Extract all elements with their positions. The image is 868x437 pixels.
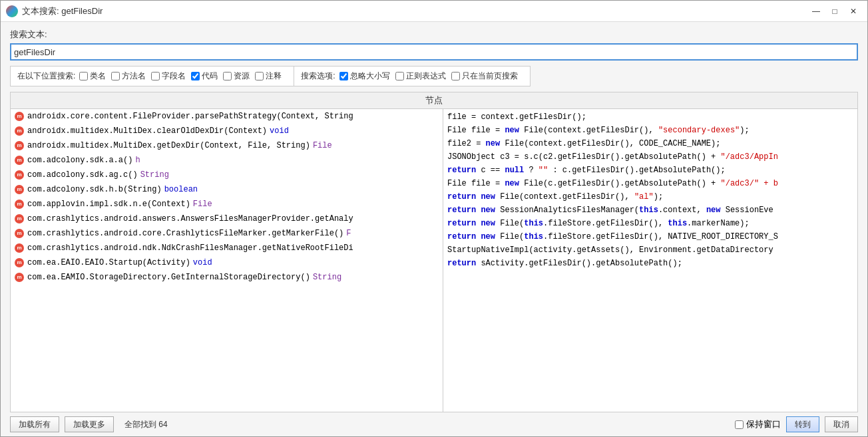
bottom-bar: 加载所有 加载更多 全部找到 64 保持窗口 转到 取消: [1, 412, 867, 436]
label-currentpage: 只在当前页搜索: [462, 71, 518, 82]
label-regex: 正则表达式: [406, 71, 446, 82]
search-options-label: 搜索选项:: [301, 71, 335, 82]
checkbox-code[interactable]: [191, 72, 200, 80]
minimize-button[interactable]: —: [807, 5, 825, 18]
node-icon: m: [15, 126, 24, 136]
option-method[interactable]: 方法名: [111, 71, 146, 82]
main-window: 文本搜索: getFilesDir — □ ✕ 搜索文本: 在以下位置搜索: 类…: [0, 0, 868, 437]
search-input-wrapper: [10, 43, 858, 61]
results-body: mandroidx.core.content.FileProvider.pars…: [11, 109, 857, 412]
option-regex[interactable]: 正则表达式: [395, 71, 446, 82]
checkbox-currentpage[interactable]: [451, 72, 460, 80]
node-icon: m: [15, 273, 24, 282]
title-bar-left: 文本搜索: getFilesDir: [6, 5, 103, 17]
search-in-label: 在以下位置搜索:: [17, 71, 75, 82]
list-item[interactable]: mcom.crashlytics.android.core.Crashlytic…: [11, 226, 443, 241]
node-type: boolean: [164, 183, 198, 196]
table-row: return new File(this.fileStore.getFilesD…: [447, 217, 853, 230]
node-text: com.crashlytics.android.ndk.NdkCrashFile…: [27, 241, 353, 255]
list-item[interactable]: mandroidx.multidex.MultiDex.getDexDir(Co…: [11, 138, 443, 153]
options-row: 在以下位置搜索: 类名 方法名 字段名 代码: [10, 66, 858, 86]
label-method: 方法名: [122, 71, 146, 82]
table-row: File file = new File(c.getFilesDir().get…: [447, 177, 853, 190]
node-text: com.crashlytics.android.core.Crashlytics…: [27, 227, 343, 240]
results-container: 节点 mandroidx.core.content.FileProvider.p…: [10, 92, 858, 412]
checkbox-keep-window[interactable]: [735, 420, 744, 429]
load-all-button[interactable]: 加载所有: [10, 416, 59, 432]
label-code: 代码: [202, 71, 218, 82]
table-row: return new File(this.fileStore.getFilesD…: [447, 230, 853, 243]
table-row: StartupNativeImpl(activity.getAssets(), …: [447, 243, 853, 257]
checkbox-comment[interactable]: [255, 72, 264, 80]
option-comment[interactable]: 注释: [255, 71, 282, 82]
node-text: com.adcolony.sdk.a.a(): [27, 154, 132, 167]
list-item[interactable]: mcom.crashlytics.android.ndk.NdkCrashFil…: [11, 241, 443, 255]
option-resource[interactable]: 资源: [223, 71, 250, 82]
node-type: String: [313, 271, 341, 284]
search-input[interactable]: [10, 43, 858, 61]
list-item[interactable]: mcom.adcolony.sdk.h.b(String) boolean: [11, 182, 443, 197]
table-row: return sActivity.getFilesDir().getAbsolu…: [447, 257, 853, 270]
code-panel[interactable]: file = context.getFilesDir();File file =…: [443, 109, 857, 412]
status-text: 全部找到 64: [124, 419, 168, 430]
cancel-button[interactable]: 取消: [825, 416, 858, 432]
node-text: androidx.core.content.FileProvider.parse…: [27, 110, 353, 123]
option-code[interactable]: 代码: [191, 71, 218, 82]
load-more-button[interactable]: 加载更多: [65, 416, 114, 432]
checkbox-ignorecase[interactable]: [339, 72, 348, 80]
node-type: File: [193, 198, 212, 211]
node-icon: m: [15, 141, 24, 150]
table-row: File file = new File(context.getFilesDir…: [447, 124, 853, 137]
table-row: return new SessionAnalyticsFilesManager(…: [447, 204, 853, 217]
nodes-panel[interactable]: mandroidx.core.content.FileProvider.pars…: [11, 109, 443, 412]
list-item[interactable]: mcom.ea.EAIO.EAIO.Startup(Activity) void: [11, 255, 443, 270]
node-type: F: [346, 227, 351, 240]
checkbox-field[interactable]: [151, 72, 160, 80]
bottom-right: 保持窗口 转到 取消: [735, 416, 858, 432]
list-item[interactable]: mandroidx.core.content.FileProvider.pars…: [11, 109, 443, 124]
checkbox-class[interactable]: [79, 72, 88, 80]
option-current-page[interactable]: 只在当前页搜索: [451, 71, 518, 82]
node-text: com.adcolony.sdk.ag.c(): [27, 168, 138, 182]
keep-window-row: 保持窗口: [735, 418, 781, 430]
table-row: JSONObject c3 = s.c(c2.getFilesDir().get…: [447, 150, 853, 164]
option-ignore-case[interactable]: 忽略大小写: [339, 71, 390, 82]
title-bar: 文本搜索: getFilesDir — □ ✕: [1, 1, 867, 22]
list-item[interactable]: mcom.adcolony.sdk.a.a() h: [11, 153, 443, 168]
checkbox-regex[interactable]: [395, 72, 404, 80]
node-icon: m: [15, 170, 24, 180]
option-field[interactable]: 字段名: [151, 71, 186, 82]
close-button[interactable]: ✕: [845, 5, 862, 18]
node-icon: m: [15, 156, 24, 165]
label-ignorecase: 忽略大小写: [350, 71, 390, 82]
node-type: h: [135, 154, 140, 167]
search-options-group: 搜索选项: 忽略大小写 正则表达式 只在当前页搜索: [294, 66, 530, 86]
node-type: File: [313, 139, 332, 152]
content-area: 搜索文本: 在以下位置搜索: 类名 方法名 字段名: [1, 22, 867, 412]
checkbox-resource[interactable]: [223, 72, 232, 80]
node-text: androidx.multidex.MultiDex.getDexDir(Con…: [27, 139, 310, 152]
list-item[interactable]: mcom.crashlytics.android.answers.Answers…: [11, 212, 443, 226]
list-item[interactable]: mandroidx.multidex.MultiDex.clearOldDexD…: [11, 124, 443, 138]
list-item[interactable]: mcom.applovin.impl.sdk.n.e(Context) File: [11, 197, 443, 212]
title-controls: — □ ✕: [807, 5, 862, 18]
maximize-button[interactable]: □: [826, 5, 843, 18]
option-class[interactable]: 类名: [79, 71, 106, 82]
table-row: file2 = new File(context.getFilesDir(), …: [447, 137, 853, 150]
window-title: 文本搜索: getFilesDir: [22, 5, 103, 17]
node-icon: m: [15, 243, 24, 253]
search-label: 搜索文本:: [10, 29, 858, 41]
table-row: return new File(context.getFilesDir(), "…: [447, 190, 853, 204]
node-type: void: [270, 124, 289, 138]
node-icon: m: [15, 200, 24, 209]
node-text: androidx.multidex.MultiDex.clearOldDexDi…: [27, 124, 267, 138]
node-icon: m: [15, 185, 24, 194]
goto-button[interactable]: 转到: [786, 416, 819, 432]
list-item[interactable]: mcom.adcolony.sdk.ag.c() String: [11, 168, 443, 182]
results-header: 节点: [11, 92, 857, 109]
checkbox-method[interactable]: [111, 72, 120, 80]
list-item[interactable]: mcom.ea.EAMIO.StorageDirectory.GetIntern…: [11, 270, 443, 285]
search-in-group: 在以下位置搜索: 类名 方法名 字段名 代码: [10, 66, 294, 86]
node-type: void: [193, 256, 212, 269]
label-comment: 注释: [266, 71, 282, 82]
